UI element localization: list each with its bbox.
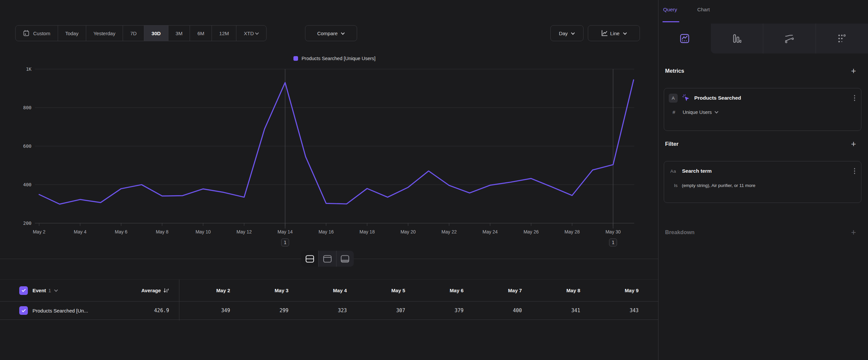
chart-legend[interactable]: Products Searched [Unique Users] [35, 56, 634, 61]
x-axis-label: May 2 [33, 229, 45, 234]
date-range-7d[interactable]: 7D [123, 26, 144, 41]
table-column-header[interactable]: May 7 [471, 287, 529, 293]
table-column-header[interactable]: May 5 [354, 287, 412, 293]
select-all-checkbox[interactable] [19, 286, 28, 295]
line-chart[interactable]: 2004006008001KMay 2May 4May 6May 8May 10… [0, 47, 658, 259]
x-axis-label: May 6 [115, 229, 127, 234]
table-column-header[interactable]: May 9 [588, 287, 646, 293]
x-axis-label: May 10 [196, 229, 211, 234]
event-column-header[interactable]: Event1 [32, 287, 58, 294]
granularity-label: Day [559, 31, 568, 36]
date-range-today[interactable]: Today [58, 26, 86, 41]
x-axis-label: May 14 [278, 229, 293, 234]
row-checkbox[interactable] [19, 306, 28, 315]
chevron-down-icon [255, 31, 259, 34]
toolbar: CustomTodayYesterday7D30D3M6M12MXTD Comp… [0, 25, 658, 41]
filter-card[interactable]: Aa Search term Is (empty string), Air pu… [664, 161, 861, 203]
sort-descending-icon[interactable] [163, 288, 169, 293]
add-filter-button[interactable]: + [851, 139, 856, 148]
compare-label: Compare [317, 31, 338, 36]
y-axis-label: 200 [23, 221, 31, 226]
y-axis-label: 800 [23, 105, 31, 110]
query-sidebar: Query Chart [658, 0, 868, 360]
event-count: 1 [49, 287, 51, 293]
vis-tab-funnels[interactable] [711, 24, 764, 53]
x-axis-label: May 18 [360, 229, 375, 234]
layout-table-only-button[interactable] [337, 251, 354, 267]
x-axis-label: May 4 [74, 229, 87, 234]
date-range-12m[interactable]: 12M [212, 26, 237, 41]
metrics-heading: Metrics [665, 68, 684, 74]
annotation-badge[interactable]: 1 [609, 239, 617, 246]
table-cell-value: 299 [238, 307, 296, 313]
split-view-icon [305, 255, 314, 263]
x-axis-label: May 12 [237, 229, 252, 234]
row-event-name[interactable]: Products Searched [Un... [32, 308, 88, 313]
table-cell-value: 400 [471, 307, 529, 313]
table-header-row: Event1 Average May 2May 3May 4May 5May 6… [0, 279, 658, 302]
vis-tab-flows[interactable] [763, 24, 816, 53]
calendar-icon [23, 30, 30, 36]
annotation-badge[interactable]: 1 [281, 239, 289, 246]
tab-chart[interactable]: Chart [697, 7, 710, 12]
x-axis-label: May 8 [156, 229, 168, 234]
table-cell-value: 307 [354, 307, 412, 313]
vis-tab-insights[interactable] [658, 24, 711, 53]
layout-split-view-button[interactable] [301, 251, 319, 267]
chevron-down-icon [715, 110, 718, 113]
table-cell-value: 341 [529, 307, 588, 313]
retention-grid-icon [837, 34, 846, 43]
date-range-yesterday[interactable]: Yesterday [86, 26, 123, 41]
metric-card[interactable]: A Products Searched # Unique Users [664, 88, 861, 131]
series-line[interactable] [39, 80, 633, 204]
average-column-header[interactable]: Average [141, 287, 161, 293]
vis-tab-retention[interactable] [816, 24, 868, 53]
add-breakdown-button[interactable]: + [851, 228, 856, 237]
table-column-header[interactable]: May 3 [238, 287, 296, 293]
date-range-custom[interactable]: Custom [16, 26, 58, 41]
chart-type-button[interactable]: Line [588, 25, 640, 41]
main-panel: CustomTodayYesterday7D30D3M6M12MXTD Comp… [0, 0, 658, 360]
aggregation-select[interactable]: Unique Users [683, 109, 718, 115]
granularity-button[interactable]: Day [550, 25, 584, 41]
event-cursor-icon [682, 94, 690, 102]
compare-button[interactable]: Compare [305, 25, 357, 41]
tab-query[interactable]: Query [663, 7, 677, 12]
x-axis-label: May 24 [483, 229, 498, 234]
x-axis-label: May 20 [401, 229, 416, 234]
data-table: Event1 Average May 2May 3May 4May 5May 6… [0, 279, 658, 320]
add-metric-button[interactable]: + [851, 66, 856, 75]
table-column-header[interactable]: May 4 [296, 287, 354, 293]
date-range-xtd[interactable]: XTD [237, 26, 266, 41]
check-icon [22, 288, 26, 292]
metric-name[interactable]: Products Searched [694, 95, 848, 101]
layout-chart-only-button[interactable] [319, 251, 336, 267]
filter-property-name[interactable]: Search term [682, 168, 848, 174]
line-chart-icon [601, 30, 608, 37]
date-range-6m[interactable]: 6M [190, 26, 212, 41]
date-range-3m[interactable]: 3M [168, 26, 190, 41]
metric-menu-button[interactable] [853, 94, 857, 102]
y-axis-label: 400 [23, 182, 31, 187]
x-axis-label: May 22 [442, 229, 457, 234]
sidebar-tabs: Query Chart [658, 0, 868, 24]
flows-icon [784, 34, 795, 43]
x-axis-label: May 28 [565, 229, 580, 234]
date-range-segmented-control: CustomTodayYesterday7D30D3M6M12MXTD [15, 25, 267, 41]
filter-value[interactable]: (empty string), Air purifier, or 11 more [682, 183, 755, 188]
table-column-header[interactable]: May 6 [412, 287, 471, 293]
breakdown-section-header: Breakdown + [665, 228, 856, 237]
date-range-30d[interactable]: 30D [144, 26, 168, 41]
table-cell-value: 379 [412, 307, 471, 313]
filter-operator[interactable]: Is [674, 183, 678, 188]
table-cell-value: 349 [179, 307, 238, 313]
table-column-header[interactable]: May 2 [179, 287, 238, 293]
table-column-header[interactable]: May 8 [529, 287, 588, 293]
active-tab-underline [662, 21, 679, 22]
table-row[interactable]: Products Searched [Un... 426.9 349299323… [0, 302, 658, 320]
legend-label: Products Searched [Unique Users] [301, 56, 375, 61]
y-axis-label: 600 [23, 143, 31, 149]
aggregation-label: Unique Users [683, 110, 712, 115]
filter-menu-button[interactable] [853, 167, 857, 175]
chart-type-label: Line [610, 31, 619, 36]
